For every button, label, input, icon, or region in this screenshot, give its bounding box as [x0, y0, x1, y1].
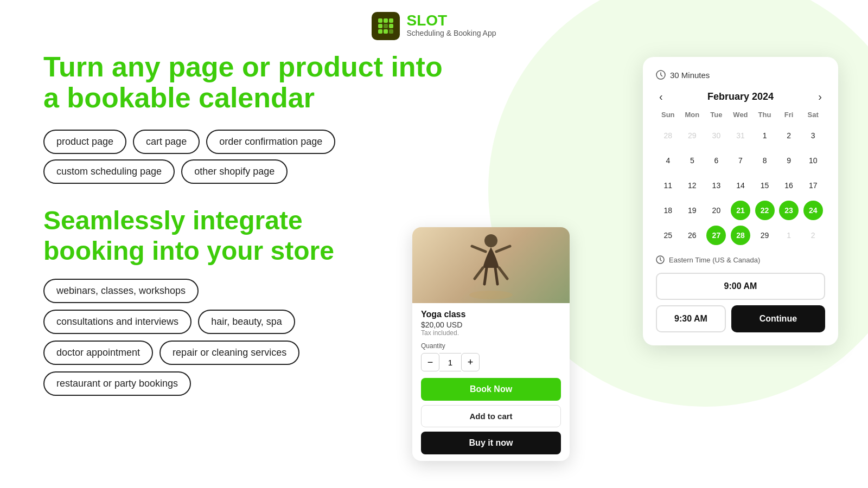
calendar-day-cell[interactable]: 9 [777, 148, 801, 173]
product-image [412, 227, 570, 303]
main-headline: Turn any page or product into a bookable… [43, 52, 450, 113]
calendar-day-cell[interactable]: 5 [680, 148, 705, 173]
quantity-decrease-button[interactable]: − [421, 353, 439, 371]
calendar-day-header: Thu [752, 111, 777, 123]
use-case-tags-row4: restaurant or party bookings [43, 371, 450, 396]
book-now-button[interactable]: Book Now [421, 378, 561, 401]
time-slot-row: 9:30 AM Continue [656, 305, 825, 332]
alternate-time-slot-button[interactable]: 9:30 AM [656, 305, 726, 332]
svg-rect-4 [384, 24, 388, 28]
quantity-row: − 1 + [421, 353, 561, 371]
calendar-day-cell[interactable]: 24 [801, 198, 825, 223]
calendar-day-cell[interactable]: 19 [680, 198, 705, 223]
svg-rect-7 [384, 29, 388, 34]
calendar-day-header: Fri [777, 111, 801, 123]
time-slots: 9:00 AM 9:30 AM Continue [656, 273, 825, 332]
timezone-label: Eastern Time (US & Canada) [669, 256, 760, 264]
calendar-day-cell[interactable]: 21 [729, 198, 753, 223]
svg-rect-2 [389, 18, 393, 23]
calendar-day-header: Tue [704, 111, 729, 123]
calendar-duration: 30 Minutes [656, 70, 825, 80]
calendar-day-cell[interactable]: 27 [704, 223, 729, 248]
calendar-day-cell[interactable]: 16 [777, 173, 801, 198]
calendar-day-cell[interactable]: 26 [680, 223, 705, 248]
prev-month-button[interactable]: ‹ [656, 91, 666, 103]
page-type-tags-row2: custom scheduling page other shopify pag… [43, 159, 450, 184]
duration-label: 30 Minutes [670, 70, 710, 80]
quantity-increase-button[interactable]: + [461, 353, 480, 371]
calendar-day-cell[interactable]: 1 [752, 123, 777, 148]
calendar-day-cell[interactable]: 28 [729, 223, 753, 248]
buy-it-now-button[interactable]: Buy it now [421, 432, 561, 454]
left-content: Turn any page or product into a bookable… [43, 52, 450, 402]
app-name: SLOT [406, 13, 496, 28]
calendar-day-cell[interactable]: 25 [656, 223, 680, 248]
tag-product-page: product page [43, 130, 126, 154]
calendar-day-cell: 28 [656, 123, 680, 148]
timezone-clock-icon [656, 255, 665, 264]
calendar-day-cell[interactable]: 15 [752, 173, 777, 198]
selected-time-slot[interactable]: 9:00 AM [656, 273, 825, 300]
calendar-month: February 2024 [707, 91, 774, 102]
calendar-day-cell[interactable]: 13 [704, 173, 729, 198]
tag-webinars: webinars, classes, workshops [43, 279, 199, 303]
calendar-day-cell[interactable]: 3 [801, 123, 825, 148]
logo-icon [372, 12, 400, 40]
calendar-day-cell[interactable]: 22 [752, 198, 777, 223]
product-title: Yoga class [421, 310, 561, 319]
calendar-day-cell[interactable]: 7 [729, 148, 753, 173]
quantity-value: 1 [439, 353, 461, 371]
calendar-day-cell: 30 [704, 123, 729, 148]
calendar-day-cell[interactable]: 6 [704, 148, 729, 173]
section2-title: Seamlessly integrate booking into your s… [43, 206, 450, 265]
product-card: Yoga class $20,00 USD Tax included. Quan… [412, 227, 570, 461]
calendar-day-cell[interactable]: 14 [729, 173, 753, 198]
tag-cart-page: cart page [133, 130, 200, 154]
tag-other-shopify: other shopify page [181, 159, 288, 184]
use-case-tags-row1: webinars, classes, workshops [43, 279, 450, 303]
svg-point-10 [484, 234, 497, 247]
product-info: Yoga class $20,00 USD Tax included. Quan… [412, 303, 570, 461]
tag-repair: repair or cleaning services [159, 341, 299, 365]
svg-rect-1 [384, 18, 388, 23]
product-price: $20,00 USD [421, 320, 561, 329]
calendar-day-header: Sat [801, 111, 825, 123]
tag-order-confirmation: order confirmation page [206, 130, 335, 154]
calendar-day-cell[interactable]: 17 [801, 173, 825, 198]
calendar-day-cell[interactable]: 23 [777, 198, 801, 223]
calendar-day-cell: 29 [680, 123, 705, 148]
app-subtitle: Scheduling & Booking App [406, 28, 496, 39]
calendar-day-cell[interactable]: 10 [801, 148, 825, 173]
svg-rect-0 [378, 18, 382, 23]
quantity-label: Quantity [421, 342, 561, 350]
tag-custom-scheduling: custom scheduling page [43, 159, 175, 184]
calendar-day-cell[interactable]: 18 [656, 198, 680, 223]
calendar-day-cell[interactable]: 11 [656, 173, 680, 198]
next-month-button[interactable]: › [815, 91, 825, 103]
tag-restaurant: restaurant or party bookings [43, 371, 191, 396]
calendar-day-cell: 31 [729, 123, 753, 148]
calendar-day-cell[interactable]: 20 [704, 198, 729, 223]
svg-rect-5 [389, 24, 393, 28]
product-tax: Tax included. [421, 329, 561, 337]
calendar-day-cell[interactable]: 29 [752, 223, 777, 248]
svg-rect-8 [389, 29, 393, 34]
calendar-day-cell: 1 [777, 223, 801, 248]
svg-rect-6 [378, 29, 382, 34]
calendar-widget: 30 Minutes ‹ February 2024 › SunMonTueWe… [643, 57, 838, 345]
page-type-tags-row1: product page cart page order confirmatio… [43, 130, 450, 154]
calendar-day-cell[interactable]: 2 [777, 123, 801, 148]
calendar-day-cell[interactable]: 4 [656, 148, 680, 173]
add-to-cart-button[interactable]: Add to cart [421, 405, 561, 427]
logo-text-group: SLOT Scheduling & Booking App [406, 13, 496, 39]
svg-point-9 [469, 291, 513, 299]
calendar-day-cell[interactable]: 12 [680, 173, 705, 198]
continue-button[interactable]: Continue [731, 305, 825, 332]
calendar-day-header: Wed [729, 111, 753, 123]
calendar-day-cell[interactable]: 8 [752, 148, 777, 173]
timezone-row: Eastern Time (US & Canada) [656, 255, 825, 264]
calendar-day-header: Sun [656, 111, 680, 123]
clock-icon [656, 70, 666, 80]
calendar-day-header: Mon [680, 111, 705, 123]
logo-container: SLOT Scheduling & Booking App [372, 12, 496, 40]
